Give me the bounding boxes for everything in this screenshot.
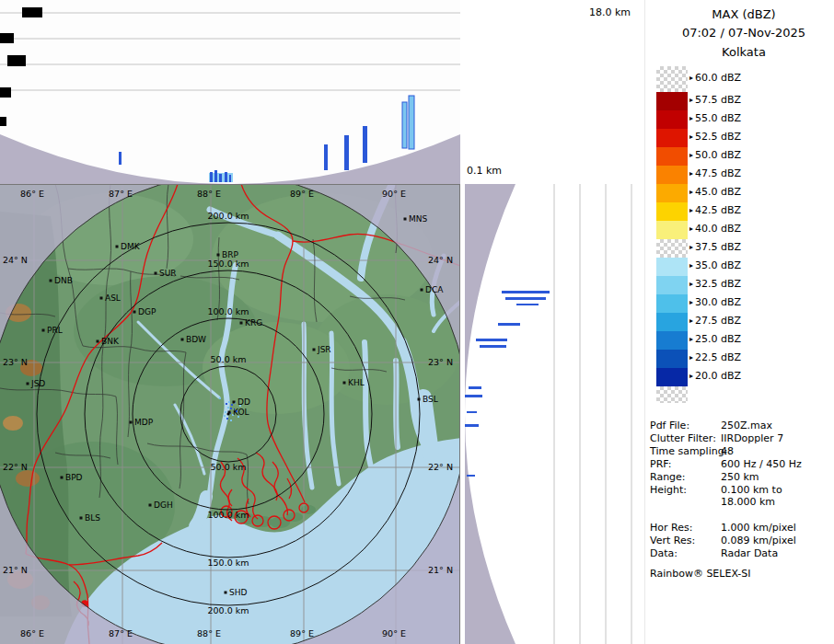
legend-label-50.0-dBZ: ▸50.0 dBZ <box>689 149 741 161</box>
software-brand: Rainbow® SELEX-SI <box>650 568 751 580</box>
legend-label-22.5-dBZ: ▸22.5 dBZ <box>689 351 741 363</box>
legend-color-47.5-dBZ <box>656 166 688 184</box>
longitude-label: 90° E <box>382 189 406 199</box>
info-row-label: Pdf File: <box>650 420 689 431</box>
range-ring-label: 150.0 km <box>208 259 249 269</box>
legend-label-37.5-dBZ: ▸37.5 dBZ <box>689 241 741 253</box>
city-marker-JSD <box>27 383 29 385</box>
legend-arrow-icon: ▸ <box>689 151 693 159</box>
city-marker-PRL <box>42 329 45 332</box>
city-label-BSL: BSL <box>423 395 438 404</box>
legend-color-52.5-dBZ <box>656 129 688 147</box>
legend-label-42.5-dBZ: ▸42.5 dBZ <box>689 204 741 216</box>
city-label-PRL: PRL <box>47 326 63 335</box>
legend-color-42.5-dBZ <box>656 202 688 221</box>
latitude-label: 22° N <box>3 462 28 472</box>
legend-color-25.0-dBZ <box>656 331 688 350</box>
range-ring-label: 100.0 km <box>208 510 249 520</box>
latitude-label: 24° N <box>3 255 28 265</box>
city-marker-BDW <box>181 339 184 341</box>
longitude-label: 87° E <box>109 628 133 638</box>
legend-arrow-icon: ▸ <box>689 298 693 306</box>
legend-label-60.0-dBZ: ▸60.0 dBZ <box>689 72 741 84</box>
legend-arrow-icon: ▸ <box>689 169 693 178</box>
city-label-BLS: BLS <box>85 513 100 523</box>
latitude-label: 21° N <box>428 565 453 575</box>
latitude-label: 23° N <box>428 357 453 367</box>
latitude-label: 23° N <box>3 357 28 367</box>
latitude-label: 24° N <box>428 255 453 265</box>
legend-arrow-icon: ▸ <box>689 96 693 104</box>
city-label-DD: DD <box>237 397 250 407</box>
longitude-label: 88° E <box>197 628 221 638</box>
info-row-value: 600 Hz / 450 Hz <box>721 458 802 470</box>
legend-color-35.0-dBZ <box>656 258 688 276</box>
info-row-value: 1.000 km/pixel <box>721 522 796 534</box>
city-marker-ASL <box>100 297 103 300</box>
latitude-label: 21° N <box>3 565 28 575</box>
city-label-DMK: DMK <box>121 242 141 251</box>
city-marker-KOL <box>228 411 231 414</box>
city-label-MNS: MNS <box>409 214 427 224</box>
legend-arrow-icon: ▸ <box>689 188 693 196</box>
legend-arrow-icon: ▸ <box>689 335 693 343</box>
city-marker-DD <box>233 401 236 404</box>
city-marker-DNB <box>50 280 52 282</box>
city-marker-BLS <box>80 517 83 520</box>
city-marker-BRP <box>217 254 220 257</box>
city-label-BNK: BNK <box>101 337 120 346</box>
legend-arrow-icon: ▸ <box>689 206 693 214</box>
station-name: Kolkata <box>658 45 829 59</box>
legend-arrow-icon: ▸ <box>689 132 693 141</box>
top-profile-canvas <box>0 0 460 184</box>
city-label-JSR: JSR <box>317 345 331 354</box>
city-marker-DCA <box>421 289 423 292</box>
city-label-KHL: KHL <box>348 378 365 387</box>
longitude-label: 89° E <box>290 628 314 638</box>
legend-color-40.0-dBZ <box>656 221 688 239</box>
height-axis-max-label: 18.0 km <box>589 6 631 18</box>
city-label-BDW: BDW <box>186 335 206 344</box>
legend-arrow-icon: ▸ <box>689 316 693 325</box>
legend-arrow-icon: ▸ <box>689 74 693 82</box>
city-marker-SHD <box>225 592 227 594</box>
side-profile-canvas <box>465 184 644 644</box>
city-label-JSD: JSD <box>30 379 45 388</box>
info-row-value: Radar Data <box>721 547 778 559</box>
info-row-label: Height: <box>650 484 687 496</box>
legend-color-27.5-dBZ <box>656 313 688 331</box>
legend-label-40.0-dBZ: ▸40.0 dBZ <box>689 223 741 235</box>
info-row-value: 250Z.max <box>721 420 772 431</box>
legend-color-50.0-dBZ <box>656 147 688 166</box>
city-label-SHD: SHD <box>229 588 247 597</box>
legend-arrow-icon: ▸ <box>689 243 693 251</box>
city-label-DGH: DGH <box>154 500 173 510</box>
city-label-MDP: MDP <box>134 418 154 427</box>
legend-label-20.0-dBZ: ▸20.0 dBZ <box>689 370 741 382</box>
legend-color-57.5-dBZ <box>656 92 688 110</box>
product-datetime: 07:02 / 07-Nov-2025 <box>658 26 829 40</box>
range-ring-label: 50.0 km <box>211 462 247 472</box>
legend-label-45.0-dBZ: ▸45.0 dBZ <box>689 186 741 198</box>
legend-arrow-icon: ▸ <box>689 261 693 270</box>
longitude-label: 89° E <box>290 189 314 199</box>
info-row-value: IIRDoppler 7 <box>721 432 783 444</box>
city-marker-DGP <box>133 311 136 314</box>
city-marker-BSL <box>418 398 421 401</box>
range-ring-label: 200.0 km <box>208 605 249 615</box>
city-marker-BPD <box>61 477 64 479</box>
city-label-DGP: DGP <box>138 307 156 316</box>
legend-panel: MAX (dBZ) 07:02 / 07-Nov-2025 Kolkata ▸6… <box>644 0 834 644</box>
legend-color-22.5-dBZ <box>656 350 688 368</box>
range-ring-label: 200.0 km <box>208 211 249 221</box>
legend-color-below-min <box>656 386 688 403</box>
info-row-label: PRF: <box>650 458 671 470</box>
legend-label-52.5-dBZ: ▸52.5 dBZ <box>689 131 741 143</box>
legend-label-35.0-dBZ: ▸35.0 dBZ <box>689 259 741 271</box>
info-row-label: Range: <box>650 471 686 483</box>
longitude-label: 88° E <box>197 189 221 199</box>
latitude-label: 22° N <box>428 462 453 472</box>
map-canvas: DMKBRPSURDNBASLDGPKRGPRLBNKBDWJSRJSDKHLD… <box>0 184 460 644</box>
info-row-value: 18.000 km <box>721 496 775 508</box>
legend-arrow-icon: ▸ <box>689 280 693 288</box>
